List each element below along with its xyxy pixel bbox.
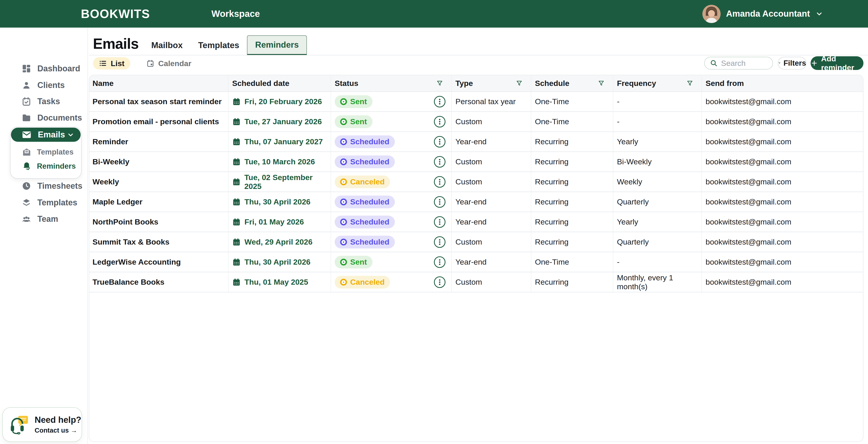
table-row[interactable]: NorthPoint Books Fri, 01 May 2026 Schedu…	[89, 212, 863, 232]
status-dot-icon	[340, 199, 347, 205]
reminder-schedule: Recurring	[531, 172, 613, 191]
reminder-type: Custom	[452, 272, 531, 292]
sidebar-item-email-reminders[interactable]: Reminders	[0, 159, 88, 173]
tabs-divider	[89, 55, 868, 55]
sidebar-item-label: Timesheets	[37, 181, 82, 191]
reminder-type: Custom	[452, 232, 531, 251]
scheduled-date: Thu, 07 January 2027	[228, 132, 331, 151]
row-actions-button[interactable]	[434, 95, 446, 108]
sidebar-item-team[interactable]: Team	[0, 211, 88, 227]
filter-funnel-icon[interactable]	[598, 80, 604, 87]
table-row[interactable]: Promotion email - personal clients Tue, …	[89, 112, 863, 132]
calendar-icon	[232, 157, 241, 166]
view-toggle: List Calendar	[93, 57, 197, 69]
table-row[interactable]: Maple Ledger Thu, 30 April 2026 Schedule…	[89, 192, 863, 212]
filter-funnel-icon[interactable]	[686, 80, 693, 87]
row-actions-button[interactable]	[434, 156, 446, 168]
reminder-send-from: bookwitstest@gmail.com	[702, 272, 863, 292]
column-label: Scheduled date	[232, 79, 289, 88]
filters-button[interactable]: Filters	[778, 57, 806, 69]
sidebar-item-templates[interactable]: Templates	[0, 195, 88, 211]
kebab-menu-icon	[434, 216, 446, 228]
row-actions-button[interactable]	[434, 256, 446, 268]
row-actions-button[interactable]	[434, 116, 446, 128]
clients-icon	[22, 80, 31, 90]
calendar-view-icon	[146, 59, 154, 67]
table-row[interactable]: TrueBalance Books Thu, 01 May 2025 Cance…	[89, 272, 863, 292]
search-box	[704, 57, 773, 69]
status-label: Scheduled	[350, 237, 389, 246]
contact-us-link[interactable]: Contact us →	[35, 427, 81, 434]
table-row[interactable]: LedgerWise Accounting Thu, 30 April 2026…	[89, 252, 863, 272]
sidebar-item-email-templates[interactable]: Templates	[0, 145, 88, 159]
row-actions-button[interactable]	[434, 236, 446, 248]
add-reminder-button[interactable]: Add reminder	[811, 56, 863, 70]
scheduled-date: Thu, 30 April 2026	[228, 252, 331, 272]
row-actions-button[interactable]	[434, 176, 446, 188]
sidebar-item-documents[interactable]: Documents	[0, 110, 88, 126]
column-label: Frequency	[617, 79, 656, 88]
sidebar-item-emails[interactable]: Emails	[11, 128, 81, 142]
sidebar-item-clients[interactable]: Clients	[0, 77, 88, 93]
reminder-frequency: Monthly, every 1 month(s)	[613, 272, 702, 292]
tab-mailbox[interactable]: Mailbox	[144, 35, 190, 55]
help-widget[interactable]: Need help? Contact us →	[2, 407, 82, 442]
workspace-nav-item[interactable]: Workspace	[211, 0, 260, 28]
kebab-menu-icon	[434, 156, 446, 168]
list-view-button[interactable]: List	[93, 57, 130, 69]
help-title: Need help?	[35, 415, 81, 425]
status-cell: Canceled	[331, 272, 452, 292]
scheduled-date: Tue, 27 January 2026	[228, 112, 331, 131]
reminder-type: Custom	[452, 112, 531, 131]
tab-reminders[interactable]: Reminders	[247, 35, 307, 55]
contact-us-label: Contact us	[35, 427, 69, 434]
scheduled-date: Tue, 10 March 2026	[228, 152, 331, 171]
calendar-view-button[interactable]: Calendar	[140, 57, 197, 69]
reminder-name: Promotion email - personal clients	[89, 112, 228, 131]
reminder-send-from: bookwitstest@gmail.com	[702, 172, 863, 191]
user-menu[interactable]: Amanda Accountant	[702, 0, 823, 28]
arrow-right-icon: →	[71, 427, 77, 434]
table-row[interactable]: Bi-Weekly Tue, 10 March 2026 Scheduled C…	[89, 152, 863, 172]
status-badge: Scheduled	[335, 136, 395, 148]
reminder-schedule: Recurring	[531, 192, 613, 211]
column-label: Name	[93, 79, 114, 88]
list-icon	[99, 59, 107, 67]
sidebar-item-label: Templates	[37, 198, 77, 207]
row-actions-button[interactable]	[434, 136, 446, 148]
column-label: Status	[335, 79, 359, 88]
dashboard-icon	[22, 64, 31, 73]
table-row[interactable]: Reminder Thu, 07 January 2027 Scheduled …	[89, 132, 863, 152]
sidebar-item-dashboard[interactable]: Dashboard	[0, 60, 88, 77]
reminder-send-from: bookwitstest@gmail.com	[702, 212, 863, 232]
reminder-send-from: bookwitstest@gmail.com	[702, 152, 863, 171]
kebab-menu-icon	[434, 116, 446, 128]
search-input[interactable]	[721, 59, 769, 68]
reminder-send-from: bookwitstest@gmail.com	[702, 192, 863, 211]
sidebar-item-label: Team	[37, 214, 58, 224]
kebab-menu-icon	[434, 276, 446, 288]
row-actions-button[interactable]	[434, 216, 446, 228]
team-icon	[22, 214, 31, 224]
sidebar-item-timesheets[interactable]: Timesheets	[0, 178, 88, 194]
reminder-schedule: Recurring	[531, 212, 613, 232]
row-actions-button[interactable]	[434, 276, 446, 288]
reminders-table: Name Scheduled date Status Type Schedule…	[89, 75, 863, 442]
status-badge: Scheduled	[335, 155, 395, 168]
kebab-menu-icon	[434, 136, 446, 148]
sidebar-item-tasks[interactable]: Tasks	[0, 93, 88, 110]
status-badge: Scheduled	[335, 196, 395, 208]
filter-funnel-icon[interactable]	[436, 80, 443, 87]
scheduled-date: Thu, 30 April 2026	[228, 192, 331, 211]
status-label: Scheduled	[350, 197, 389, 206]
calendar-icon	[232, 258, 241, 266]
app-logo: BOOKWITS	[81, 0, 150, 28]
tab-templates[interactable]: Templates	[190, 35, 247, 55]
table-row[interactable]: Summit Tax & Books Wed, 29 April 2026 Sc…	[89, 232, 863, 252]
kebab-menu-icon	[434, 95, 446, 108]
reminder-type: Year-end	[452, 212, 531, 232]
row-actions-button[interactable]	[434, 196, 446, 208]
table-row[interactable]: Weekly Tue, 02 September 2025 Canceled C…	[89, 172, 863, 192]
filter-funnel-icon[interactable]	[516, 80, 523, 87]
table-row[interactable]: Personal tax season start reminder Fri, …	[89, 92, 863, 112]
